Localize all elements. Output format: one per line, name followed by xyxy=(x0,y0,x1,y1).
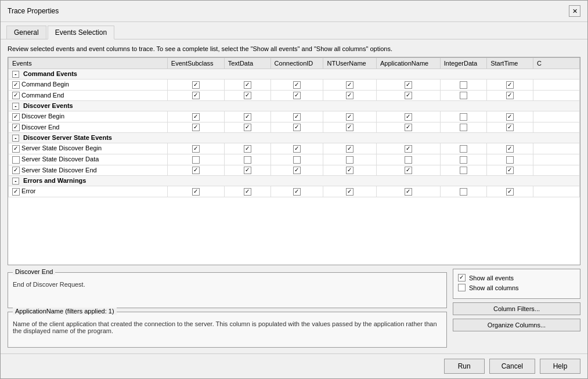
run-button[interactable]: Run xyxy=(444,359,485,374)
row-checkbox-command-begin[interactable] xyxy=(12,81,20,89)
row-checkbox-command-end[interactable] xyxy=(12,92,20,99)
cb-cmd-end-starttime[interactable] xyxy=(506,92,514,99)
cb-ss-begin-starttime[interactable] xyxy=(506,145,514,153)
close-button[interactable]: ✕ xyxy=(569,5,580,17)
cb-disc-end-ntuser[interactable] xyxy=(346,124,353,131)
cb-disc-end-starttime[interactable] xyxy=(506,124,514,131)
cb-cmd-end-connid[interactable] xyxy=(293,92,301,99)
cb-disc-begin-connid[interactable] xyxy=(293,113,301,121)
col-header-integerdata: IntegerData xyxy=(440,58,486,69)
cb-disc-begin-ntuser[interactable] xyxy=(346,113,353,121)
cb-disc-end-appname[interactable] xyxy=(405,124,412,131)
cb-cmd-begin-appname[interactable] xyxy=(405,81,412,89)
show-all-columns-checkbox[interactable] xyxy=(458,284,466,291)
lower-section: Discover End End of Discover Request. Ap… xyxy=(8,269,580,348)
cb-disc-end-connid[interactable] xyxy=(293,124,301,131)
cb-ss-begin-textdata[interactable] xyxy=(244,145,251,153)
cb-disc-end-eventsub[interactable] xyxy=(192,124,200,131)
tab-events-selection[interactable]: Events Selection xyxy=(48,26,114,39)
cb-cmd-begin-connid[interactable] xyxy=(293,81,301,89)
cb-cmd-begin-eventsub[interactable] xyxy=(192,81,200,89)
cb-ss-data-connid[interactable] xyxy=(293,156,301,164)
cb-ss-begin-intdata[interactable] xyxy=(460,145,467,153)
action-buttons: Column Filters... Organize Columns... xyxy=(453,302,580,331)
cb-ss-end-ntuser[interactable] xyxy=(346,167,353,174)
cb-cmd-end-ntuser[interactable] xyxy=(346,92,353,99)
cb-ss-begin-eventsub[interactable] xyxy=(192,145,200,153)
cb-ss-begin-appname[interactable] xyxy=(405,145,412,153)
discover-end-title: Discover End xyxy=(13,268,55,275)
cb-ss-data-starttime[interactable] xyxy=(506,156,514,164)
event-name: Discover Begin xyxy=(9,111,168,122)
discover-end-box: Discover End End of Discover Request. xyxy=(8,272,447,308)
cb-ss-data-textdata[interactable] xyxy=(244,156,251,164)
show-all-events-checkbox[interactable] xyxy=(458,274,466,281)
cb-cmd-end-textdata[interactable] xyxy=(244,92,251,99)
cancel-button[interactable]: Cancel xyxy=(489,359,535,374)
column-filters-button[interactable]: Column Filters... xyxy=(453,302,580,315)
tab-general[interactable]: General xyxy=(6,26,46,39)
row-checkbox-ss-end[interactable] xyxy=(12,167,20,174)
cb-ss-data-ntuser[interactable] xyxy=(346,156,353,164)
show-all-events-row: Show all events xyxy=(458,274,575,281)
cb-cmd-end-eventsub[interactable] xyxy=(192,92,200,99)
cb-ss-begin-ntuser[interactable] xyxy=(346,145,353,153)
events-table-container[interactable]: Events EventSubclass TextData Connection… xyxy=(8,57,580,265)
events-table: Events EventSubclass TextData Connection… xyxy=(8,57,580,197)
cb-ss-data-eventsub[interactable] xyxy=(192,156,200,164)
cb-err-ntuser[interactable] xyxy=(346,188,353,196)
cb-disc-begin-appname[interactable] xyxy=(405,113,412,121)
application-name-title: ApplicationName (filters applied: 1) xyxy=(13,308,117,315)
table-row: Command End xyxy=(9,90,580,101)
cb-ss-end-connid[interactable] xyxy=(293,167,301,174)
options-box: Show all events Show all columns xyxy=(453,269,580,299)
cb-cmd-begin-intdata[interactable] xyxy=(460,81,467,89)
event-name: Server State Discover Data xyxy=(9,154,168,165)
tabs-bar: General Events Selection xyxy=(1,22,587,39)
cb-ss-end-starttime[interactable] xyxy=(506,167,514,174)
lower-left: Discover End End of Discover Request. Ap… xyxy=(8,269,447,348)
group-label-serverstate: Discover Server State Events xyxy=(23,134,112,141)
event-name: Server State Discover Begin xyxy=(9,143,168,154)
organize-columns-button[interactable]: Organize Columns... xyxy=(453,319,580,331)
help-button[interactable]: Help xyxy=(540,359,580,374)
cb-ss-end-eventsub[interactable] xyxy=(192,167,200,174)
cb-disc-end-textdata[interactable] xyxy=(244,124,251,131)
cb-ss-begin-connid[interactable] xyxy=(293,145,301,153)
group-label-errors: Errors and Warnings xyxy=(23,177,86,184)
cb-ss-data-intdata[interactable] xyxy=(460,156,467,164)
row-checkbox-discover-begin[interactable] xyxy=(12,113,20,121)
table-row: Server State Discover Data xyxy=(9,154,580,165)
group-toggle-errors[interactable]: - xyxy=(12,178,19,185)
cb-disc-begin-intdata[interactable] xyxy=(460,113,467,121)
cb-cmd-end-intdata[interactable] xyxy=(460,92,467,99)
cb-err-connid[interactable] xyxy=(293,188,301,196)
cb-err-appname[interactable] xyxy=(405,188,412,196)
cb-cmd-begin-textdata[interactable] xyxy=(244,81,251,89)
group-toggle-serverstate[interactable]: - xyxy=(12,135,19,142)
table-row: Error xyxy=(9,186,580,197)
cb-disc-end-intdata[interactable] xyxy=(460,124,467,131)
cb-disc-begin-eventsub[interactable] xyxy=(192,113,200,121)
cb-ss-end-textdata[interactable] xyxy=(244,167,251,174)
col-header-c: C xyxy=(533,58,580,69)
cb-cmd-begin-starttime[interactable] xyxy=(506,81,514,89)
cb-disc-begin-starttime[interactable] xyxy=(506,113,514,121)
cb-disc-begin-textdata[interactable] xyxy=(244,113,251,121)
cb-cmd-begin-ntuser[interactable] xyxy=(346,81,353,89)
row-checkbox-discover-end[interactable] xyxy=(12,124,20,131)
cb-err-eventsub[interactable] xyxy=(192,188,200,196)
cb-ss-data-appname[interactable] xyxy=(405,156,412,164)
event-name: Discover End xyxy=(9,122,168,133)
cb-err-intdata[interactable] xyxy=(460,188,467,196)
group-toggle-discover[interactable]: - xyxy=(12,103,19,110)
row-checkbox-ss-begin[interactable] xyxy=(12,145,20,153)
group-toggle-command[interactable]: - xyxy=(12,71,19,78)
cb-ss-end-intdata[interactable] xyxy=(460,167,467,174)
cb-err-starttime[interactable] xyxy=(506,188,514,196)
cb-err-textdata[interactable] xyxy=(244,188,251,196)
cb-cmd-end-appname[interactable] xyxy=(405,92,412,99)
row-checkbox-error[interactable] xyxy=(12,188,20,196)
cb-ss-end-appname[interactable] xyxy=(405,167,412,174)
row-checkbox-ss-data[interactable] xyxy=(12,156,20,164)
